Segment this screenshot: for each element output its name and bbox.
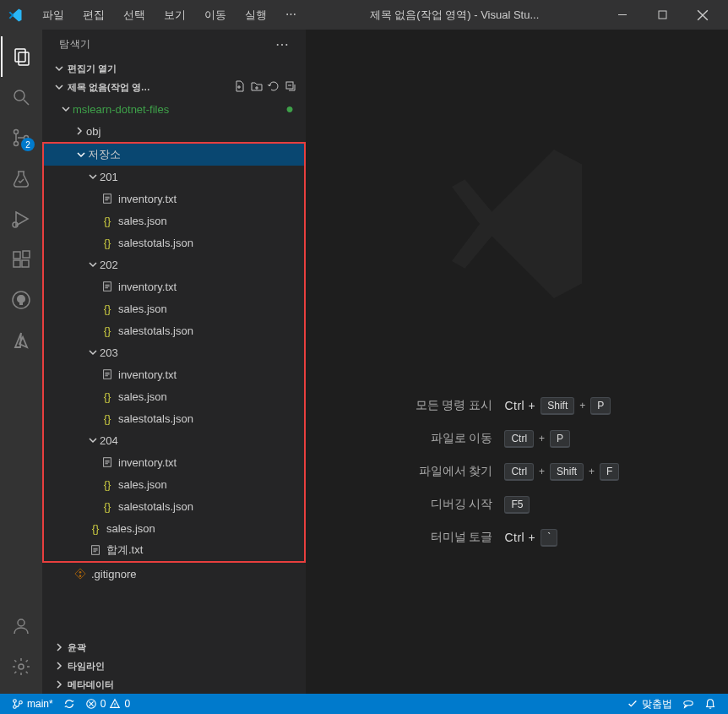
hint-row: 디버깅 시작F5 bbox=[416, 496, 619, 514]
git-file-icon bbox=[73, 568, 88, 580]
activity-run-debug-icon[interactable] bbox=[1, 199, 41, 239]
section-timeline[interactable]: 타임라인 bbox=[42, 657, 306, 675]
status-branch[interactable]: main* bbox=[7, 694, 58, 714]
svg-point-5 bbox=[14, 130, 19, 134]
titlebar: 파일 편집 선택 보기 이동 실행 ⋯ 제목 없음(작업 영역) - Visua… bbox=[0, 0, 728, 30]
menu-selection[interactable]: 선택 bbox=[115, 4, 154, 26]
menu-go[interactable]: 이동 bbox=[196, 4, 235, 26]
new-file-icon[interactable] bbox=[233, 79, 247, 95]
hint-label: 모든 명령 표시 bbox=[416, 398, 493, 413]
status-spellcheck[interactable]: 맞춤법 bbox=[622, 694, 677, 714]
scm-badge: 2 bbox=[21, 138, 35, 151]
menu-file[interactable]: 파일 bbox=[34, 4, 73, 26]
file-label: inventory.txt bbox=[118, 368, 177, 381]
file-item[interactable]: {}salestotals.json bbox=[44, 319, 304, 341]
key-sequence: Ctrl +` bbox=[504, 529, 618, 547]
file-item[interactable]: {}sales.json bbox=[44, 473, 304, 495]
status-feedback-icon[interactable] bbox=[677, 694, 699, 714]
activity-explorer-icon[interactable] bbox=[1, 36, 41, 77]
svg-rect-1 bbox=[659, 11, 666, 19]
hint-label: 파일로 이동 bbox=[431, 431, 493, 446]
section-open-editors[interactable]: 편집기 열기 bbox=[42, 59, 306, 78]
activity-github-icon[interactable] bbox=[1, 280, 41, 320]
file-tree: mslearn-dotnet-files ● obj 저장소 201invent… bbox=[42, 96, 306, 638]
file-item[interactable]: inventory.txt bbox=[44, 188, 304, 210]
file-total-txt-root[interactable]: 합계.txt bbox=[44, 539, 304, 561]
json-file-icon: {} bbox=[100, 324, 115, 337]
file-item[interactable]: {}salestotals.json bbox=[44, 232, 304, 253]
json-file-icon: {} bbox=[100, 412, 115, 425]
file-label: salestotals.json bbox=[118, 500, 193, 513]
status-notifications-icon[interactable] bbox=[699, 694, 721, 714]
activity-extensions-icon[interactable] bbox=[1, 239, 41, 280]
errors-count: 0 bbox=[101, 698, 106, 710]
file-label: sales.json bbox=[106, 522, 155, 535]
file-item[interactable]: inventory.txt bbox=[44, 275, 304, 297]
text-file-icon bbox=[100, 193, 115, 204]
window-close[interactable] bbox=[683, 0, 721, 30]
store-folder-label: 204 bbox=[100, 434, 118, 447]
menu-overflow[interactable]: ⋯ bbox=[277, 4, 305, 26]
new-folder-icon[interactable] bbox=[250, 79, 263, 95]
menu-edit[interactable]: 편집 bbox=[74, 4, 113, 26]
menu-run[interactable]: 실행 bbox=[236, 4, 275, 26]
welcome-hints: 모든 명령 표시Ctrl +Shift+P파일로 이동Ctrl+P파일에서 찾기… bbox=[416, 397, 619, 547]
svg-point-23 bbox=[79, 575, 82, 577]
section-metadata[interactable]: 메타데이터 bbox=[42, 675, 306, 694]
keyboard-key: Ctrl bbox=[504, 430, 534, 448]
file-label: salestotals.json bbox=[118, 412, 193, 425]
hint-row: 파일에서 찾기Ctrl+Shift+F bbox=[416, 463, 619, 481]
chevron-down-icon bbox=[86, 170, 100, 183]
svg-point-14 bbox=[18, 619, 24, 626]
file-label: .gitignore bbox=[91, 568, 136, 580]
refresh-icon[interactable] bbox=[267, 79, 280, 95]
statusbar: main* 0 0 맞춤법 bbox=[0, 694, 728, 714]
activity-bar: 2 bbox=[0, 30, 42, 694]
storage-folder[interactable]: 저장소 bbox=[44, 144, 304, 166]
collapse-all-icon[interactable] bbox=[284, 79, 297, 95]
store-folder-label: 202 bbox=[100, 259, 118, 271]
branch-name: main* bbox=[27, 698, 53, 710]
key-text: Ctrl + bbox=[504, 399, 535, 412]
file-gitignore[interactable]: .gitignore bbox=[42, 563, 306, 585]
root-folder[interactable]: mslearn-dotnet-files ● bbox=[42, 98, 306, 120]
status-sync[interactable] bbox=[58, 694, 80, 714]
section-workspace[interactable]: 제목 없음(작업 영… bbox=[42, 78, 306, 96]
key-text: Ctrl + bbox=[504, 531, 535, 544]
file-item[interactable]: inventory.txt bbox=[44, 363, 304, 385]
file-item[interactable]: {}sales.json bbox=[44, 210, 304, 232]
activity-search-icon[interactable] bbox=[1, 77, 41, 117]
obj-folder[interactable]: obj bbox=[42, 120, 306, 142]
store-folder[interactable]: 204 bbox=[44, 429, 304, 451]
store-folder[interactable]: 202 bbox=[44, 253, 304, 275]
svg-point-22 bbox=[79, 571, 82, 574]
activity-scm-icon[interactable]: 2 bbox=[1, 117, 41, 158]
status-problems[interactable]: 0 0 bbox=[80, 694, 135, 714]
store-folder[interactable]: 201 bbox=[44, 166, 304, 188]
activity-account-icon[interactable] bbox=[1, 606, 41, 646]
section-outline[interactable]: 윤곽 bbox=[42, 638, 306, 657]
svg-rect-12 bbox=[23, 251, 30, 258]
text-file-icon bbox=[100, 368, 115, 380]
explorer-header: 탐색기 ⋯ bbox=[42, 30, 306, 59]
file-item[interactable]: {}sales.json bbox=[44, 297, 304, 319]
activity-testing-icon[interactable] bbox=[1, 158, 41, 199]
activity-azure-icon[interactable] bbox=[1, 320, 41, 361]
file-item[interactable]: {}sales.json bbox=[44, 385, 304, 407]
store-folder[interactable]: 203 bbox=[44, 341, 304, 363]
file-sales-json-root[interactable]: {} sales.json bbox=[44, 517, 304, 539]
file-item[interactable]: inventory.txt bbox=[44, 451, 304, 473]
file-label: 합계.txt bbox=[106, 542, 143, 558]
file-label: inventory.txt bbox=[118, 193, 177, 205]
chevron-down-icon bbox=[74, 148, 88, 161]
explorer-more-icon[interactable]: ⋯ bbox=[275, 36, 290, 52]
file-item[interactable]: {}salestotals.json bbox=[44, 407, 304, 429]
window-minimize[interactable] bbox=[604, 0, 642, 30]
text-file-icon bbox=[88, 544, 103, 556]
chevron-down-icon bbox=[52, 62, 66, 75]
activity-settings-icon[interactable] bbox=[1, 646, 41, 687]
highlight-box: 저장소 201inventory.txt{}sales.json{}salest… bbox=[42, 142, 306, 563]
file-item[interactable]: {}salestotals.json bbox=[44, 495, 304, 517]
window-maximize[interactable] bbox=[644, 0, 682, 30]
menu-view[interactable]: 보기 bbox=[155, 4, 194, 26]
